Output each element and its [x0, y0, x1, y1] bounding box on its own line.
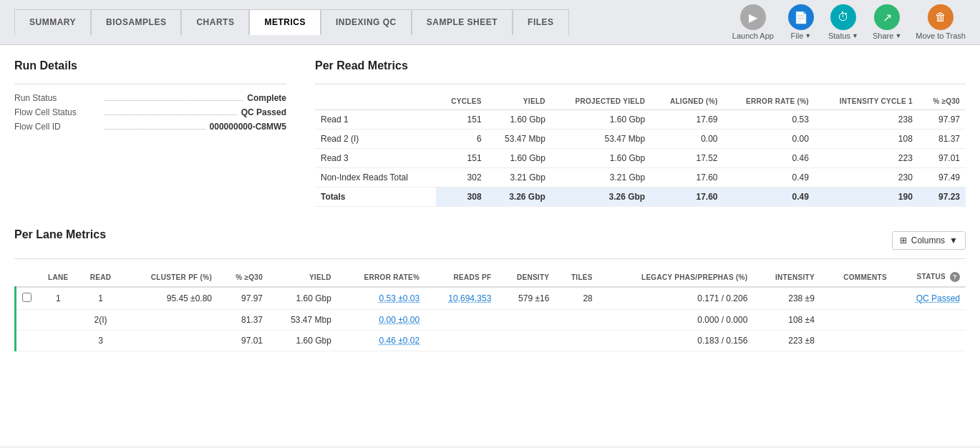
- run-status-row: Run Status Complete: [14, 93, 286, 103]
- density-cell: [497, 331, 555, 351]
- col-header-intensity: INTENSITY CYCLE 1: [815, 93, 918, 110]
- col-header-read: [315, 93, 436, 110]
- col-header-lane: LANE: [37, 268, 79, 287]
- intensity-cell: 108 ±4: [753, 310, 820, 331]
- intensity-cell: 238 ±9: [753, 287, 820, 310]
- launch-app-icon: ▶: [740, 4, 766, 30]
- columns-label: Columns: [911, 235, 945, 245]
- status-cell: [893, 331, 966, 351]
- reads-pf-cell: [425, 331, 497, 351]
- col-header-comments: COMMENTS: [820, 268, 893, 287]
- cluster-pf-cell: [122, 331, 218, 351]
- run-details-grid: Run Status Complete Flow Cell Status QC …: [14, 93, 286, 132]
- main-content: Run Details Run Status Complete Flow Cel…: [0, 45, 980, 446]
- col-header-intensity: INTENSITY: [753, 268, 820, 287]
- col-header-yield: YIELD: [487, 93, 551, 110]
- legacy-phas-cell: 0.183 / 0.156: [598, 331, 754, 351]
- columns-icon: ⊞: [900, 235, 907, 245]
- status-cell: [893, 310, 966, 331]
- tab-metrics[interactable]: METRICS: [249, 9, 321, 35]
- cluster-pf-cell: 95.45 ±0.80: [122, 287, 218, 310]
- col-header-read: READ: [79, 268, 122, 287]
- share-button[interactable]: ↗ Share ▼: [873, 4, 901, 40]
- col-header-legacy-phas: LEGACY PHAS/PREPHAS (%): [598, 268, 754, 287]
- status-button[interactable]: ⏱ Status ▼: [828, 4, 858, 40]
- error-rate-cell[interactable]: 0.53 ±0.03: [337, 287, 425, 310]
- q30-cell: 81.37: [218, 310, 268, 331]
- density-cell: 579 ±16: [497, 287, 555, 310]
- tiles-cell: [555, 310, 598, 331]
- columns-button[interactable]: ⊞ Columns ▼: [892, 231, 966, 250]
- file-button[interactable]: 📄 File ▼: [788, 4, 814, 40]
- comments-cell: [820, 287, 893, 310]
- tiles-cell: [555, 331, 598, 351]
- col-header-yield: YIELD: [268, 268, 337, 287]
- col-header-cluster-pf: CLUSTER PF (%): [122, 268, 218, 287]
- lane-cell: 1: [37, 287, 79, 310]
- totals-row: Totals 308 3.26 Gbp 3.26 Gbp 17.60 0.49 …: [315, 188, 966, 207]
- top-sections: Run Details Run Status Complete Flow Cel…: [14, 59, 966, 207]
- col-header-cycles: CYCLES: [436, 93, 487, 110]
- status-icon: ⏱: [830, 4, 856, 30]
- col-header-tiles: TILES: [555, 268, 598, 287]
- tab-sample-sheet[interactable]: SAMPLE SHEET: [412, 9, 513, 35]
- yield-cell: 1.60 Gbp: [268, 331, 337, 351]
- col-header-aligned: ALIGNED (%): [651, 93, 723, 110]
- per-lane-metrics-title: Per Lane Metrics: [14, 228, 106, 241]
- read-cell: 3: [79, 331, 122, 351]
- col-header-error-rate: ERROR RATE%: [337, 268, 425, 287]
- comments-cell: [820, 310, 893, 331]
- per-read-metrics-title: Per Read Metrics: [315, 59, 966, 72]
- col-header-q30: % ≥Q30: [218, 268, 268, 287]
- legacy-phas-cell: 0.171 / 0.206: [598, 287, 754, 310]
- per-read-metrics-table: CYCLES YIELD PROJECTED YIELD ALIGNED (%)…: [315, 93, 966, 207]
- per-read-metrics-section: Per Read Metrics CYCLES YIELD PROJECTED …: [315, 59, 966, 207]
- tab-charts[interactable]: CHARTS: [181, 9, 249, 35]
- error-rate-cell[interactable]: 0.00 ±0.00: [337, 310, 425, 331]
- tab-files[interactable]: FILES: [513, 9, 569, 35]
- col-header-checkbox: [16, 268, 38, 287]
- tab-indexing-qc[interactable]: INDEXING QC: [321, 9, 412, 35]
- read-cell: 1: [79, 287, 122, 310]
- lane-row: 3 97.01 1.60 Gbp 0.46 ±0.02 0.183 / 0.15…: [16, 331, 966, 351]
- intensity-cell: 223 ±8: [753, 331, 820, 351]
- reads-pf-cell: [425, 310, 497, 331]
- error-rate-cell[interactable]: 0.46 ±0.02: [337, 331, 425, 351]
- tab-bar: SUMMARY BIOSAMPLES CHARTS METRICS INDEXI…: [14, 9, 569, 35]
- table-row: Read 2 (I) 6 53.47 Mbp 53.47 Mbp 0.00 0.…: [315, 130, 966, 149]
- lane-row-checkbox-cell[interactable]: [16, 287, 38, 310]
- density-cell: [497, 310, 555, 331]
- comments-cell: [820, 331, 893, 351]
- flow-cell-status-row: Flow Cell Status QC Passed: [14, 107, 286, 117]
- per-lane-metrics-section: Per Lane Metrics ⊞ Columns ▼ LANE READ C…: [14, 228, 966, 351]
- run-details-section: Run Details Run Status Complete Flow Cel…: [14, 59, 286, 207]
- table-row: Read 3 151 1.60 Gbp 1.60 Gbp 17.52 0.46 …: [315, 149, 966, 168]
- launch-app-button[interactable]: ▶ Launch App: [732, 4, 774, 40]
- col-header-q30: % ≥Q30: [918, 93, 966, 110]
- share-icon: ↗: [874, 4, 900, 30]
- tab-summary[interactable]: SUMMARY: [14, 9, 91, 35]
- top-actions: ▶ Launch App 📄 File ▼ ⏱ Status ▼ ↗ Share…: [732, 4, 966, 40]
- lane-cell: [37, 331, 79, 351]
- yield-cell: 1.60 Gbp: [268, 287, 337, 310]
- reads-pf-cell[interactable]: 10,694,353: [425, 287, 497, 310]
- per-lane-header: Per Lane Metrics ⊞ Columns ▼: [14, 228, 966, 253]
- status-cell[interactable]: QC Passed: [893, 287, 966, 310]
- col-header-status: STATUS ?: [893, 268, 966, 287]
- col-header-error-rate: ERROR RATE (%): [724, 93, 815, 110]
- flow-cell-id-row: Flow Cell ID 000000000-C8MW5: [14, 122, 286, 132]
- col-header-projected-yield: PROJECTED YIELD: [551, 93, 651, 110]
- move-to-trash-button[interactable]: 🗑 Move to Trash: [916, 4, 966, 40]
- status-help-icon[interactable]: ?: [950, 272, 960, 282]
- trash-icon: 🗑: [928, 4, 954, 30]
- lane-row: 2(I) 81.37 53.47 Mbp 0.00 ±0.00 0.000 / …: [16, 310, 966, 331]
- tab-biosamples[interactable]: BIOSAMPLES: [91, 9, 181, 35]
- columns-caret-icon: ▼: [949, 235, 958, 245]
- col-header-density: DENSITY: [497, 268, 555, 287]
- table-row: Non-Index Reads Total 302 3.21 Gbp 3.21 …: [315, 168, 966, 188]
- lane-row-checkbox[interactable]: [22, 293, 31, 302]
- lane-cell: [37, 310, 79, 331]
- cluster-pf-cell: [122, 310, 218, 331]
- read-cell: 2(I): [79, 310, 122, 331]
- top-bar: SUMMARY BIOSAMPLES CHARTS METRICS INDEXI…: [0, 0, 980, 45]
